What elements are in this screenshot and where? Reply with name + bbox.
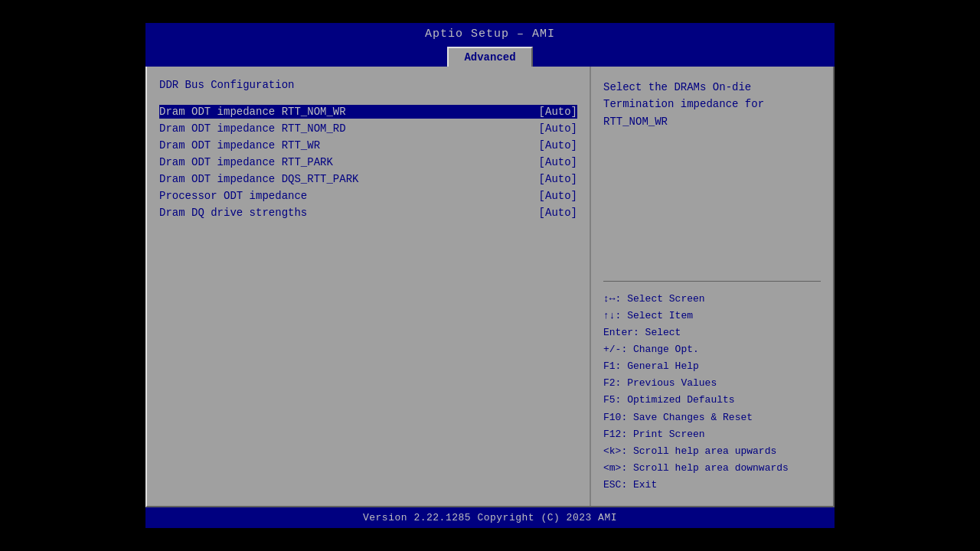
title-text: Aptio Setup – AMI [425, 28, 555, 41]
menu-item-value-1: [Auto] [539, 122, 577, 135]
key-help-line: ESC: Exit [603, 477, 821, 494]
divider [603, 281, 821, 282]
menu-item-value-5: [Auto] [539, 190, 577, 202]
right-panel: Select the DRAMs On-die Termination impe… [591, 67, 833, 506]
menu-item-2[interactable]: Dram ODT impedance RTT_WR[Auto] [159, 139, 577, 152]
menu-item-label-3: Dram ODT impedance RTT_PARK [159, 156, 333, 168]
tab-advanced[interactable]: Advanced [447, 47, 532, 67]
footer-bar: Version 2.22.1285 Copyright (C) 2023 AMI [145, 507, 835, 528]
menu-item-3[interactable]: Dram ODT impedance RTT_PARK[Auto] [159, 155, 577, 169]
title-bar: Aptio Setup – AMI [145, 23, 835, 45]
menu-item-value-3: [Auto] [539, 156, 577, 168]
key-help-line: ↕↔: Select Screen [603, 291, 821, 308]
key-help: ↕↔: Select Screen↑↓: Select ItemEnter: S… [603, 291, 821, 494]
key-help-line: F12: Print Screen [603, 426, 821, 443]
menu-item-label-1: Dram ODT impedance RTT_NOM_RD [159, 122, 346, 135]
menu-item-4[interactable]: Dram ODT impedance DQS_RTT_PARK[Auto] [159, 172, 577, 186]
key-help-line: F2: Previous Values [603, 375, 821, 392]
menu-list: Dram ODT impedance RTT_NOM_WR[Auto]Dram … [159, 105, 577, 220]
menu-item-label-2: Dram ODT impedance RTT_WR [159, 139, 320, 152]
menu-item-label-6: Dram DQ drive strengths [159, 207, 307, 219]
menu-item-5[interactable]: Processor ODT impedance[Auto] [159, 189, 577, 203]
menu-item-label-4: Dram ODT impedance DQS_RTT_PARK [159, 173, 358, 185]
key-help-line: <m>: Scroll help area downwards [603, 460, 821, 477]
key-help-line: ↑↓: Select Item [603, 308, 821, 324]
left-panel: DDR Bus Configuration Dram ODT impedance… [147, 67, 591, 506]
content-area: DDR Bus Configuration Dram ODT impedance… [145, 67, 835, 507]
menu-item-value-2: [Auto] [539, 139, 577, 152]
menu-item-6[interactable]: Dram DQ drive strengths[Auto] [159, 206, 577, 220]
key-help-line: <k>: Scroll help area upwards [603, 443, 821, 460]
key-help-line: F5: Optimized Defaults [603, 392, 821, 409]
section-title: DDR Bus Configuration [159, 79, 577, 91]
tab-bar: Advanced [145, 45, 835, 67]
key-help-line: F1: General Help [603, 358, 821, 375]
menu-item-value-6: [Auto] [539, 207, 577, 219]
key-help-line: Enter: Select [603, 324, 821, 341]
key-help-line: F10: Save Changes & Reset [603, 409, 821, 426]
key-help-line: +/-: Change Opt. [603, 341, 821, 358]
menu-item-value-0: [Auto] [539, 106, 577, 118]
menu-item-value-4: [Auto] [539, 173, 577, 185]
menu-item-0[interactable]: Dram ODT impedance RTT_NOM_WR[Auto] [159, 105, 577, 119]
menu-item-label-0: Dram ODT impedance RTT_NOM_WR [159, 106, 346, 118]
help-text: Select the DRAMs On-die Termination impe… [603, 79, 821, 130]
footer-text: Version 2.22.1285 Copyright (C) 2023 AMI [363, 512, 617, 523]
menu-item-label-5: Processor ODT impedance [159, 190, 307, 202]
menu-item-1[interactable]: Dram ODT impedance RTT_NOM_RD[Auto] [159, 122, 577, 135]
